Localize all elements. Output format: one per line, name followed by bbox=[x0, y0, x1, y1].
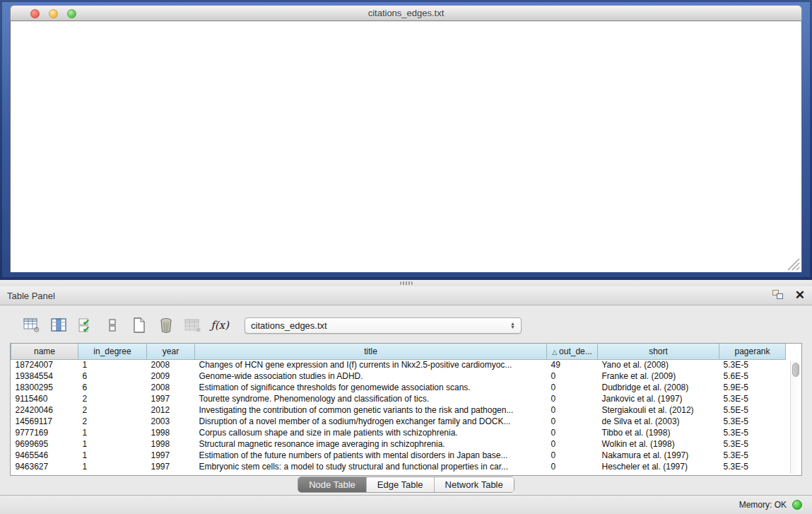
table-cell[interactable]: 22420046 bbox=[11, 404, 78, 416]
memory-ok-indicator-icon[interactable] bbox=[792, 500, 802, 510]
table-cell[interactable]: de Silva et al. (2003) bbox=[598, 416, 719, 427]
table-row[interactable]: 969969511998Structural magnetic resonanc… bbox=[11, 438, 786, 450]
table-cell[interactable]: 0 bbox=[547, 427, 598, 438]
table-cell[interactable]: 1997 bbox=[147, 393, 195, 404]
column-header-out-degree[interactable]: △out_de... bbox=[547, 344, 598, 359]
table-cell[interactable]: 9465546 bbox=[11, 450, 78, 461]
table-cell[interactable]: Tibbo et al. (1998) bbox=[598, 427, 719, 438]
table-cell[interactable]: 5.3E-5 bbox=[719, 427, 786, 438]
table-mode-button[interactable] bbox=[102, 315, 123, 336]
table-cell[interactable]: Hescheler et al. (1997) bbox=[598, 461, 719, 472]
delete-column-button[interactable] bbox=[155, 315, 177, 336]
network-canvas[interactable] bbox=[10, 21, 802, 272]
function-builder-button[interactable]: ƒ(x) bbox=[209, 315, 230, 336]
table-row[interactable]: 1938455462009Genome-wide association stu… bbox=[11, 370, 786, 382]
table-cell[interactable]: 49 bbox=[547, 359, 598, 370]
table-cell[interactable]: 6 bbox=[78, 382, 147, 393]
table-cell[interactable]: 2 bbox=[78, 404, 147, 416]
column-header-title[interactable]: title bbox=[195, 344, 547, 359]
close-window-button[interactable] bbox=[30, 9, 40, 18]
select-column-button[interactable] bbox=[48, 315, 69, 336]
table-cell[interactable]: 2009 bbox=[147, 370, 195, 382]
table-cell[interactable]: 2003 bbox=[147, 416, 195, 427]
column-header-in-degree[interactable]: in_degree bbox=[78, 344, 147, 359]
table-cell[interactable]: 5.3E-5 bbox=[719, 461, 786, 472]
table-cell[interactable]: 1 bbox=[78, 427, 147, 438]
table-cell[interactable]: 18300295 bbox=[11, 382, 78, 393]
table-cell[interactable]: 0 bbox=[547, 416, 598, 427]
table-cell[interactable]: 5.6E-5 bbox=[719, 370, 786, 382]
table-row[interactable]: 946554611997Estimation of the future num… bbox=[11, 450, 786, 461]
table-cell[interactable]: 9115460 bbox=[11, 393, 78, 404]
table-cell[interactable]: Corpus callosum shape and size in male p… bbox=[195, 427, 547, 438]
splitter-grip-icon[interactable] bbox=[400, 281, 413, 285]
table-cell[interactable]: Tourette syndrome. Phenomenology and cla… bbox=[195, 393, 547, 404]
table-cell[interactable]: 1997 bbox=[147, 461, 195, 472]
delete-table-button[interactable]: ✕ bbox=[182, 315, 204, 336]
network-graph[interactable] bbox=[11, 21, 803, 272]
table-row[interactable]: 1456911722003Disruption of a novel membe… bbox=[11, 416, 786, 427]
table-row[interactable]: 911546021997Tourette syndrome. Phenomeno… bbox=[11, 393, 786, 404]
table-cell[interactable]: 6 bbox=[78, 370, 147, 382]
create-new-column-button[interactable] bbox=[129, 315, 150, 336]
window-titlebar[interactable]: citations_edges.txt bbox=[10, 5, 802, 21]
table-cell[interactable]: 1 bbox=[78, 438, 147, 450]
table-cell[interactable]: 1 bbox=[78, 450, 147, 461]
table-cell[interactable]: Structural magnetic resonance image aver… bbox=[195, 438, 547, 450]
table-cell[interactable]: 0 bbox=[547, 461, 598, 472]
tab-edge-table[interactable]: Edge Table bbox=[366, 477, 434, 492]
table-cell[interactable]: 2 bbox=[78, 416, 147, 427]
table-cell[interactable]: 0 bbox=[547, 382, 598, 393]
table-cell[interactable]: 1 bbox=[78, 461, 147, 472]
scrollbar-thumb[interactable] bbox=[792, 363, 799, 377]
show-hide-columns-button[interactable]: ✔ ✔ bbox=[75, 315, 96, 336]
canvas-resize-grip[interactable] bbox=[788, 259, 799, 270]
table-cell[interactable]: Franke et al. (2009) bbox=[598, 370, 719, 382]
table-cell[interactable]: 0 bbox=[547, 450, 598, 461]
table-row[interactable]: 2242004622012Investigating the contribut… bbox=[11, 404, 786, 416]
table-cell[interactable]: 1997 bbox=[147, 450, 195, 461]
table-cell[interactable]: Nakamura et al. (1997) bbox=[598, 450, 719, 461]
close-panel-icon[interactable]: ✕ bbox=[795, 290, 805, 301]
float-panel-icon[interactable] bbox=[772, 290, 785, 301]
table-cell[interactable]: 1 bbox=[78, 359, 147, 370]
table-cell[interactable]: 5.3E-5 bbox=[719, 393, 786, 404]
table-cell[interactable]: 9699695 bbox=[11, 438, 78, 450]
tab-network-table[interactable]: Network Table bbox=[434, 477, 514, 492]
table-cell[interactable]: 2008 bbox=[147, 359, 195, 370]
table-cell[interactable]: 5.3E-5 bbox=[719, 359, 786, 370]
table-cell[interactable]: 0 bbox=[547, 370, 598, 382]
table-cell[interactable]: 0 bbox=[547, 438, 598, 450]
table-cell[interactable]: Yano et al. (2008) bbox=[598, 359, 719, 370]
table-cell[interactable]: 9777169 bbox=[11, 427, 78, 438]
table-cell[interactable]: Dudbridge et al. (2008) bbox=[598, 382, 719, 393]
table-cell[interactable]: Embryonic stem cells: a model to study s… bbox=[195, 461, 547, 472]
column-header-year[interactable]: year bbox=[147, 344, 195, 359]
minimize-window-button[interactable] bbox=[49, 9, 58, 18]
table-cell[interactable]: 5.3E-5 bbox=[719, 450, 786, 461]
table-cell[interactable]: 2 bbox=[78, 393, 147, 404]
table-cell[interactable]: Disruption of a novel member of a sodium… bbox=[195, 416, 547, 427]
panel-splitter[interactable] bbox=[0, 279, 812, 286]
column-header-pagerank[interactable]: pagerank bbox=[719, 344, 786, 359]
table-cell[interactable]: Genome-wide association studies in ADHD. bbox=[195, 370, 547, 382]
column-header-name[interactable]: name bbox=[11, 344, 78, 359]
table-cell[interactable]: 2008 bbox=[147, 382, 195, 393]
table-cell[interactable]: 18724007 bbox=[11, 359, 78, 370]
table-row[interactable]: 946362711997Embryonic stem cells: a mode… bbox=[11, 461, 786, 472]
table-row[interactable]: 1872400712008Changes of HCN gene express… bbox=[11, 359, 786, 370]
table-cell[interactable]: 5.9E-5 bbox=[719, 382, 786, 393]
table-cell[interactable]: 1998 bbox=[147, 438, 195, 450]
table-cell[interactable]: 0 bbox=[547, 393, 598, 404]
table-cell[interactable]: Wolkin et al. (1998) bbox=[598, 438, 719, 450]
zoom-window-button[interactable] bbox=[67, 9, 76, 18]
table-cell[interactable]: 1998 bbox=[147, 427, 195, 438]
column-header-short[interactable]: short bbox=[598, 344, 719, 359]
table-cell[interactable]: Estimation of the future numbers of pati… bbox=[195, 450, 547, 461]
table-row[interactable]: 1830029562008Estimation of significance … bbox=[11, 382, 786, 393]
table-cell[interactable]: Estimation of significance thresholds fo… bbox=[195, 382, 547, 393]
table-cell[interactable]: 14569117 bbox=[11, 416, 78, 427]
table-cell[interactable]: 5.3E-5 bbox=[719, 438, 786, 450]
table-cell[interactable]: 9463627 bbox=[11, 461, 78, 472]
table-cell[interactable]: Changes of HCN gene expression and I(f) … bbox=[195, 359, 547, 370]
